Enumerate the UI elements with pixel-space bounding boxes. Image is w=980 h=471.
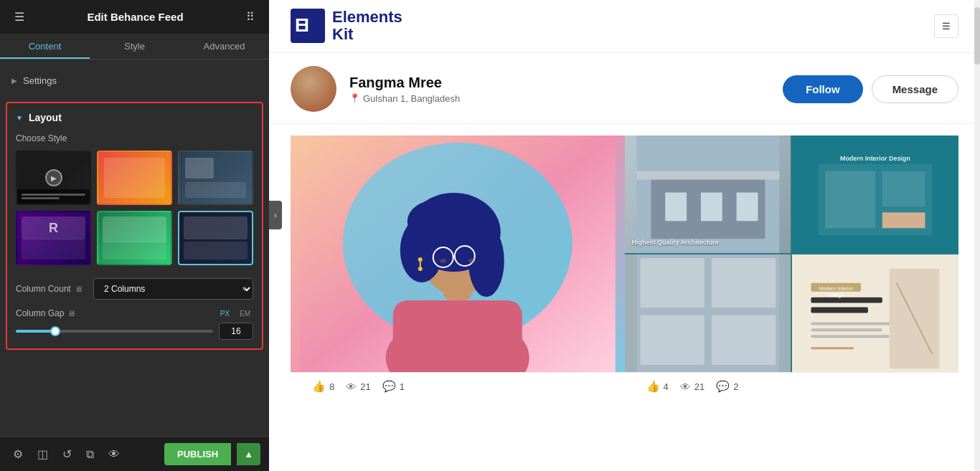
feed-image-1 [291, 135, 625, 372]
arch-svg-1 [625, 135, 791, 253]
tab-content[interactable]: Content [0, 34, 90, 59]
card-4-letter: R [22, 217, 85, 239]
svg-rect-35 [711, 258, 775, 308]
scrollbar[interactable] [974, 0, 980, 471]
gap-slider-track[interactable] [16, 330, 213, 333]
history-footer-btn[interactable]: ↺ [58, 444, 76, 464]
hamburger-icon[interactable]: ☰ [11, 9, 27, 25]
follow-button[interactable]: Follow [783, 75, 863, 103]
style-card-4-inner: R [17, 212, 90, 264]
svg-rect-40 [811, 308, 869, 313]
svg-point-20 [418, 267, 423, 271]
gap-unit-px[interactable]: PX [217, 309, 232, 318]
slider-row: 16 [16, 323, 253, 340]
tab-advanced[interactable]: Advanced [179, 34, 269, 59]
svg-text:E: E [297, 14, 309, 36]
view-icon-2: 👁 [680, 381, 691, 393]
gap-unit-em[interactable]: EM [237, 309, 253, 318]
location-text: Gulshan 1, Bangladesh [363, 93, 460, 104]
scrollbar-thumb[interactable] [974, 7, 980, 65]
feed-item-1[interactable]: 👍 8 👁 21 💬 1 [291, 135, 625, 400]
svg-text:Modern Interior: Modern Interior [819, 286, 854, 291]
comments-stat-1: 💬 1 [382, 380, 405, 393]
views-stat-2: 👁 21 [680, 381, 705, 393]
svg-rect-29 [826, 171, 876, 229]
layout-title: Layout [29, 112, 62, 123]
svg-text:Modern Interior Design: Modern Interior Design [840, 155, 910, 162]
svg-rect-36 [640, 315, 704, 366]
like-icon-2: 👍 [646, 380, 660, 393]
style-card-1[interactable]: ▶ [16, 151, 91, 205]
column-gap-label: Column Gap 🖥 [16, 308, 88, 318]
profile-actions: Follow Message [783, 75, 958, 103]
publish-button[interactable]: PUBLISH [164, 443, 231, 465]
card-3-item [185, 158, 214, 179]
arch-cell-3 [625, 254, 791, 372]
style-card-6-inner [179, 212, 252, 264]
eye-footer-btn[interactable]: 👁 [104, 445, 124, 464]
sidebar-content: ▶ Settings ▼ Layout Choose Style ▶ [0, 60, 269, 437]
main-hamburger-button[interactable]: ☰ [934, 14, 958, 38]
main-content: E E Elements Kit ☰ Fangma Mree 📍 Gulshan… [269, 0, 980, 471]
column-count-row: Column Count 🖥 1 Column 2 Columns 3 Colu… [16, 278, 253, 300]
message-button[interactable]: Message [872, 75, 958, 103]
svg-rect-37 [711, 315, 775, 366]
style-card-2[interactable] [97, 151, 172, 205]
layout-section: ▼ Layout Choose Style ▶ [6, 102, 263, 350]
style-card-6[interactable] [178, 211, 253, 265]
layout-header: ▼ Layout [16, 112, 253, 123]
arch-label-1: Highest Quality Architecture [632, 239, 784, 246]
style-card-5-inner [98, 212, 171, 264]
logo-icon: E E [291, 9, 325, 43]
sidebar-footer: ⚙ ◫ ↺ ⧉ 👁 PUBLISH ▲ [0, 437, 269, 471]
publish-arrow-button[interactable]: ▲ [237, 443, 260, 465]
overlay-line [22, 194, 85, 196]
monitor-icon: 🖥 [75, 285, 83, 293]
grid-icon[interactable]: ⠿ [243, 9, 258, 25]
likes-stat-2: 👍 4 [646, 380, 669, 393]
settings-arrow-icon: ▶ [11, 77, 17, 85]
like-count-1: 8 [329, 381, 334, 392]
layout-arrow-icon: ▼ [16, 114, 23, 122]
gap-slider-thumb[interactable] [50, 326, 60, 336]
svg-rect-24 [700, 193, 722, 222]
style-card-3[interactable] [178, 151, 253, 205]
layers-footer-btn[interactable]: ◫ [33, 444, 52, 464]
tab-style[interactable]: Style [90, 34, 179, 59]
logo-area: E E Elements Kit [291, 9, 402, 43]
profile-info: Fangma Mree 📍 Gulshan 1, Bangladesh [349, 75, 770, 104]
responsive-footer-btn[interactable]: ⧉ [82, 445, 98, 464]
svg-rect-39 [811, 298, 882, 303]
profile-avatar [291, 66, 336, 112]
likes-stat-1: 👍 8 [312, 380, 334, 393]
card-1-circle: ▶ [45, 169, 62, 186]
svg-rect-25 [736, 193, 758, 222]
style-card-4[interactable]: R [16, 211, 91, 265]
column-count-select-wrapper: 1 Column 2 Columns 3 Columns 4 Columns [93, 278, 253, 300]
gap-slider-value[interactable]: 16 [219, 323, 253, 340]
settings-row[interactable]: ▶ Settings [11, 71, 258, 90]
svg-point-12 [407, 200, 465, 243]
avatar-image [291, 66, 336, 112]
style-card-1-inner: ▶ [17, 152, 90, 204]
view-count-1: 21 [360, 381, 370, 392]
svg-rect-41 [811, 323, 897, 325]
monitor-gap-icon: 🖥 [67, 309, 75, 318]
style-card-2-inner [98, 152, 171, 204]
svg-rect-6 [393, 300, 522, 372]
interior-svg-4: Modern Interior Design [792, 254, 958, 372]
settings-label: Settings [23, 75, 57, 86]
feed-item-2[interactable]: Highest Quality Architecture [625, 135, 959, 400]
svg-point-18 [418, 257, 423, 262]
column-count-select[interactable]: 1 Column 2 Columns 3 Columns 4 Columns [93, 278, 253, 300]
style-grid: ▶ [16, 151, 253, 265]
arch-cell-2: Modern Interior Design [792, 135, 958, 253]
settings-footer-btn[interactable]: ⚙ [9, 444, 27, 464]
sidebar: ☰ Edit Behance Feed ⠿ Content Style Adva… [0, 0, 269, 471]
card-3-text [185, 182, 246, 198]
comment-icon-2: 💬 [716, 380, 730, 393]
feed-image-2: Highest Quality Architecture [625, 135, 959, 372]
svg-rect-44 [811, 348, 854, 350]
style-card-5[interactable] [97, 211, 172, 265]
sidebar-toggle-button[interactable]: ‹ [269, 201, 282, 229]
